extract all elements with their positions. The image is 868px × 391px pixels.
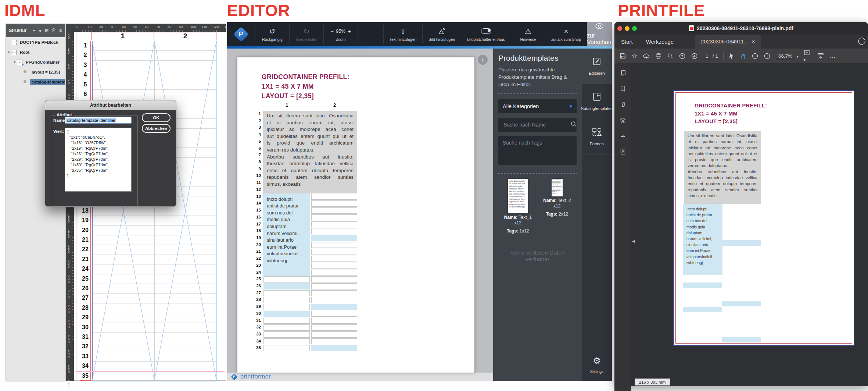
- template-thumbnail[interactable]: Incto dolupti antist de pratur sum nos d…: [508, 179, 528, 213]
- preview-button[interactable]: zur Vorschau: [587, 22, 612, 46]
- tree-item[interactable]: layout = [2,35]: [6, 67, 65, 77]
- grid-cell-empty[interactable]: [263, 304, 310, 310]
- grid-cell-empty[interactable]: [311, 221, 357, 228]
- grid-cell-empty[interactable]: [311, 249, 357, 255]
- grid-cell-empty[interactable]: [263, 345, 310, 351]
- select-tool-icon[interactable]: [729, 53, 735, 59]
- panel-collapse-arrow[interactable]: ◀: [632, 239, 635, 243]
- cancel-button[interactable]: Abbrechen: [142, 124, 171, 133]
- grid-cell-empty[interactable]: [263, 297, 310, 303]
- fit-width-icon[interactable]: [817, 53, 824, 59]
- tree-chevron-icon[interactable]: ▾: [12, 60, 17, 64]
- tab-editieren[interactable]: Editieren: [582, 49, 612, 84]
- grid-cell-empty[interactable]: [311, 276, 357, 282]
- grid-cell-empty[interactable]: [311, 324, 357, 331]
- grid-cell-empty[interactable]: [263, 338, 310, 345]
- grid-cell-empty[interactable]: [311, 242, 357, 248]
- search-name-input[interactable]: [503, 121, 571, 128]
- zoom-out-icon[interactable]: [752, 53, 758, 60]
- tree-chevron-icon[interactable]: ▾: [7, 50, 11, 54]
- tab-formen[interactable]: Formen: [582, 119, 612, 154]
- panel-collapse-button[interactable]: ›: [478, 55, 488, 65]
- grid-cell-empty[interactable]: [311, 338, 357, 345]
- validate-icon[interactable]: ⌁: [33, 28, 35, 33]
- grid-cell-empty[interactable]: [311, 263, 357, 269]
- tree-item[interactable]: ▾✕PFGridContainer: [6, 57, 65, 67]
- more-tools-icon[interactable]: ...: [829, 52, 836, 60]
- template-card[interactable]: Incto dolupti antist de pratur sum nos d…: [498, 179, 538, 234]
- back-to-shop-button[interactable]: × zurück zum Shop: [545, 22, 587, 46]
- image-placeholder-toggle[interactable]: Bildplatzhalter ein/aus: [461, 22, 511, 46]
- zoom-out-icon[interactable]: −: [330, 28, 334, 35]
- tab-close-icon[interactable]: ×: [752, 39, 755, 45]
- record-icon[interactable]: ●: [39, 28, 42, 33]
- grid-cell-filled[interactable]: [263, 311, 310, 317]
- print-icon[interactable]: [655, 53, 662, 59]
- save-icon[interactable]: [620, 53, 626, 59]
- undo-button[interactable]: ↺ Rückgängig: [255, 22, 289, 46]
- gray-text-block[interactable]: Um sit illorem sant latio. Osandisitiaet…: [263, 111, 357, 193]
- next-page-icon[interactable]: [691, 53, 698, 60]
- search-name-field[interactable]: [498, 118, 577, 132]
- grid-cell-empty[interactable]: [311, 297, 357, 303]
- grid-cell-empty[interactable]: [311, 270, 357, 276]
- wert-textarea[interactable]: { "1x1": "oCeBh7qQ", "1x13": "O257RffW",…: [65, 128, 132, 192]
- grid-cell-empty[interactable]: [311, 290, 357, 296]
- tree-item[interactable]: ∷DOCTYPE PFBlock: [6, 37, 65, 47]
- template-thumbnail[interactable]: Um sit illorem sant latio. Osandisitia e…: [552, 179, 563, 196]
- grid-cell-filled[interactable]: [263, 283, 310, 289]
- add-text-button[interactable]: T Text hinzufügen: [384, 22, 423, 46]
- grid-cell-empty[interactable]: [263, 290, 310, 296]
- tab-katalogtemplates[interactable]: Katalogtemplates: [582, 84, 612, 119]
- search-tags-input[interactable]: [498, 136, 577, 165]
- pdf-page[interactable]: GRIDCONTAINER PREFILL: 1X1 = 45 X 7 MM L…: [673, 90, 854, 346]
- fit-page-icon[interactable]: ▾: [804, 49, 812, 63]
- zoom-value-input[interactable]: 66,7%: [776, 53, 795, 59]
- grid-cell-empty[interactable]: [311, 331, 357, 338]
- cloud-upload-icon[interactable]: [643, 53, 650, 59]
- grid-cell-empty[interactable]: [311, 207, 357, 214]
- add-image-button[interactable]: Bild hinzufügen: [423, 22, 461, 46]
- zoom-dropdown-icon[interactable]: ▾: [797, 54, 799, 58]
- template-card[interactable]: Um sit illorem sant latio. Osandisitia e…: [538, 179, 577, 217]
- editor-document[interactable]: GRIDCONTAINER PREFILL: 1X1 = 45 X 7 MM L…: [237, 57, 475, 373]
- name-input[interactable]: catalog-template-identifier: [65, 117, 132, 124]
- tree-item[interactable]: ▾<>Root: [6, 47, 65, 57]
- blue-text-block[interactable]: Incto doluptiantist de pratursum nos del…: [263, 193, 310, 276]
- tab-settings[interactable]: ⚙ Settings: [582, 352, 612, 378]
- bookmarks-icon[interactable]: [620, 85, 626, 93]
- grid-cell-empty[interactable]: [311, 194, 357, 200]
- account-icon[interactable]: [858, 37, 866, 46]
- dialog-title[interactable]: Attribut bearbeiten: [45, 100, 176, 110]
- add-icon[interactable]: ⊞: [45, 28, 49, 33]
- grid-cell-empty[interactable]: [311, 283, 357, 289]
- grid-cell-filled[interactable]: [311, 345, 357, 351]
- ok-button[interactable]: OK: [142, 113, 171, 122]
- grid-cell-empty[interactable]: [311, 214, 357, 221]
- grid-cell-empty[interactable]: [311, 311, 357, 317]
- layers-icon[interactable]: [620, 117, 626, 125]
- category-dropdown[interactable]: Alle Kategorien ▾: [498, 99, 577, 113]
- search-icon[interactable]: [667, 53, 674, 59]
- grid-cell-empty[interactable]: [311, 256, 357, 262]
- grid-cell-empty[interactable]: [263, 318, 310, 324]
- notes-button[interactable]: ⚠ Hinweise: [511, 22, 545, 46]
- panel-menu-icon[interactable]: ≡: [59, 28, 62, 33]
- grid-cell-empty[interactable]: [263, 324, 310, 331]
- page-number-input[interactable]: 1: [703, 53, 711, 59]
- zoom-in-icon[interactable]: +: [348, 28, 351, 35]
- grid-cell-empty[interactable]: [263, 276, 310, 282]
- trash-icon[interactable]: [52, 28, 56, 33]
- star-icon[interactable]: ☆: [631, 52, 638, 60]
- grid-cell-filled[interactable]: [311, 235, 357, 241]
- redo-button[interactable]: ↻ Wiederholen: [290, 22, 323, 46]
- previous-page-icon[interactable]: [679, 53, 686, 60]
- grid-cell-empty[interactable]: [311, 200, 357, 207]
- hand-tool-icon[interactable]: [740, 53, 746, 60]
- grid-cell-empty[interactable]: [311, 228, 357, 234]
- page-thumbnails-icon[interactable]: [620, 70, 626, 78]
- grid-cell-empty[interactable]: [311, 318, 357, 324]
- document-tab[interactable]: 20230306-084911... ×: [695, 35, 761, 49]
- document-notes-icon[interactable]: [620, 148, 626, 156]
- grid-cell-filled[interactable]: [311, 304, 357, 310]
